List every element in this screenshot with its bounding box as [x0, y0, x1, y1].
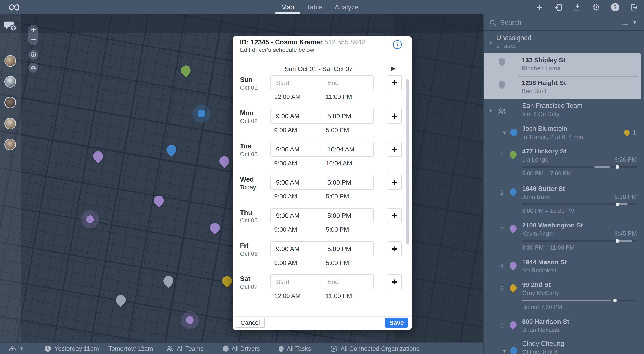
- shift-start-input[interactable]: [271, 112, 322, 120]
- shift-end-summary: 5:00 PM: [322, 226, 374, 233]
- download-icon[interactable]: [573, 3, 582, 12]
- divider: [518, 76, 638, 77]
- shift-end-input[interactable]: [322, 112, 373, 120]
- shift-start-input[interactable]: [271, 79, 322, 86]
- teams-filter[interactable]: All Teams: [166, 343, 204, 354]
- map-task-pin-purple[interactable]: [91, 149, 105, 163]
- map-task-pin-purple[interactable]: [217, 154, 231, 168]
- driver-avatar[interactable]: [4, 118, 16, 129]
- driver-name[interactable]: Josh Blumstein: [522, 125, 567, 133]
- divider: [233, 316, 412, 317]
- organizations-filter[interactable]: All Connected Organizations: [330, 343, 420, 354]
- add-shift-button[interactable]: +: [387, 208, 402, 223]
- shift-end-input[interactable]: [322, 245, 373, 253]
- shift-end-input[interactable]: [322, 146, 373, 153]
- info-icon[interactable]: i: [393, 40, 402, 49]
- logout-icon[interactable]: [630, 3, 638, 12]
- group-team[interactable]: San Francisco Team: [522, 102, 582, 110]
- shift-start-input[interactable]: [271, 212, 322, 219]
- plus-icon: +: [392, 144, 398, 154]
- save-button[interactable]: Save: [385, 317, 408, 328]
- shift-start-input[interactable]: [271, 278, 322, 286]
- group-unassigned[interactable]: Unassigned: [496, 34, 532, 42]
- zoom-out-button[interactable]: −: [28, 34, 38, 44]
- map-task-pin-gold[interactable]: [220, 274, 234, 288]
- task-pin-icon: [497, 79, 507, 89]
- driver-avatar[interactable]: [4, 55, 16, 67]
- collapse-caret-icon[interactable]: ▼: [502, 130, 507, 136]
- search-icon: [489, 19, 496, 26]
- settings-gear-icon[interactable]: ⚙: [592, 3, 601, 12]
- help-icon[interactable]: ?: [610, 3, 620, 12]
- plus-icon: +: [392, 277, 398, 287]
- driver-avatar[interactable]: [4, 139, 16, 150]
- driver-avatar[interactable]: [4, 97, 16, 108]
- vehicle-icon[interactable]: [28, 63, 38, 73]
- collapse-caret-icon[interactable]: ▼: [488, 108, 493, 114]
- task-eta: 8:38 PM: [522, 194, 637, 200]
- time-range-filter[interactable]: Yesterday 11pm — Tomorrow 12am: [44, 343, 153, 354]
- onfleet-logo-icon[interactable]: ∞: [8, 0, 20, 16]
- task-row[interactable]: 599 2nd StGray McCartyBefore 7:30 PM: [484, 281, 642, 313]
- tab-analyze[interactable]: Analyze: [335, 0, 358, 14]
- collapse-caret-icon[interactable]: ▼: [502, 348, 507, 354]
- lookup-filter[interactable]: ▼: [8, 343, 24, 354]
- shift-start-input[interactable]: [271, 245, 322, 253]
- import-icon[interactable]: [554, 3, 563, 12]
- task-row[interactable]: 32100 Washington StKevin Angel8:45 PM8:3…: [484, 222, 642, 254]
- driver-name[interactable]: Cindy Cheung: [522, 340, 564, 347]
- search-input[interactable]: [500, 17, 616, 28]
- map-driver-dot-purple[interactable]: [186, 316, 194, 324]
- tab-table[interactable]: Table: [306, 0, 322, 14]
- modal-subtitle: Edit driver's schedule below: [240, 47, 314, 53]
- add-shift-button[interactable]: +: [387, 274, 402, 289]
- task-address: 477 Hickory St: [522, 148, 566, 155]
- cancel-button[interactable]: Cancel: [236, 317, 265, 328]
- shift-end-input[interactable]: [322, 79, 373, 86]
- modal-scrollbar[interactable]: [406, 79, 408, 244]
- shift-end-input[interactable]: [322, 212, 373, 219]
- map-task-pin-purple[interactable]: [152, 194, 166, 208]
- progress-handle: [613, 299, 617, 302]
- shift-end-input[interactable]: [322, 179, 373, 186]
- day-date: Oct 07: [240, 283, 272, 291]
- map-task-pin-purple[interactable]: [208, 221, 222, 235]
- map-task-pin-green[interactable]: [179, 63, 192, 77]
- map-task-pin-gray[interactable]: [161, 274, 175, 288]
- group-team-count: 5 of 8 On Duty: [522, 111, 560, 118]
- add-shift-button[interactable]: +: [387, 142, 402, 157]
- zoom-in-button[interactable]: +: [28, 25, 38, 35]
- drivers-filter[interactable]: All Drivers: [223, 343, 260, 354]
- zoom-control: + −: [28, 25, 38, 45]
- collapse-caret-icon[interactable]: ▼: [488, 40, 493, 46]
- map-task-pin-gray[interactable]: [114, 293, 128, 307]
- driver-phone: 512 555 8942: [324, 38, 365, 46]
- create-task-icon[interactable]: +: [535, 3, 544, 12]
- plus-icon: +: [392, 111, 398, 121]
- driver-avatar[interactable]: [4, 76, 16, 88]
- map-driver-dot-purple[interactable]: [86, 215, 94, 223]
- task-sidebar: ▼ ▼ Unassigned 2 Tasks 133 Shipley St Ri…: [483, 14, 644, 354]
- task-address[interactable]: 133 Shipley St: [522, 56, 565, 64]
- tab-map[interactable]: Map: [281, 0, 294, 14]
- add-shift-button[interactable]: +: [387, 109, 402, 124]
- main-tabs: Map Table Analyze: [281, 0, 358, 14]
- new-chat-icon[interactable]: [4, 20, 17, 32]
- locate-icon[interactable]: [28, 50, 38, 60]
- shift-end-input[interactable]: [322, 278, 373, 286]
- add-shift-button[interactable]: +: [387, 241, 402, 256]
- tasks-filter[interactable]: All Tasks: [278, 343, 311, 354]
- shift-start-input[interactable]: [271, 146, 322, 153]
- task-row[interactable]: 1477 Hickory StLia Longo8:26 PM5:00 PM –…: [484, 148, 642, 180]
- map-task-pin-blue[interactable]: [164, 143, 178, 157]
- map-driver-dot-blue[interactable]: [198, 110, 205, 117]
- chevron-down-icon[interactable]: ▼: [632, 20, 637, 26]
- next-week-icon[interactable]: ▶: [391, 65, 396, 72]
- task-row[interactable]: 21646 Sutter StJohn Baily8:38 PM8:00 PM …: [484, 185, 642, 217]
- shift-start-input[interactable]: [271, 179, 322, 186]
- day-name: Thu: [240, 209, 272, 217]
- add-shift-button[interactable]: +: [387, 75, 402, 90]
- list-view-icon[interactable]: [621, 19, 628, 27]
- task-address[interactable]: 1298 Haight St: [522, 79, 566, 86]
- add-shift-button[interactable]: +: [387, 175, 402, 190]
